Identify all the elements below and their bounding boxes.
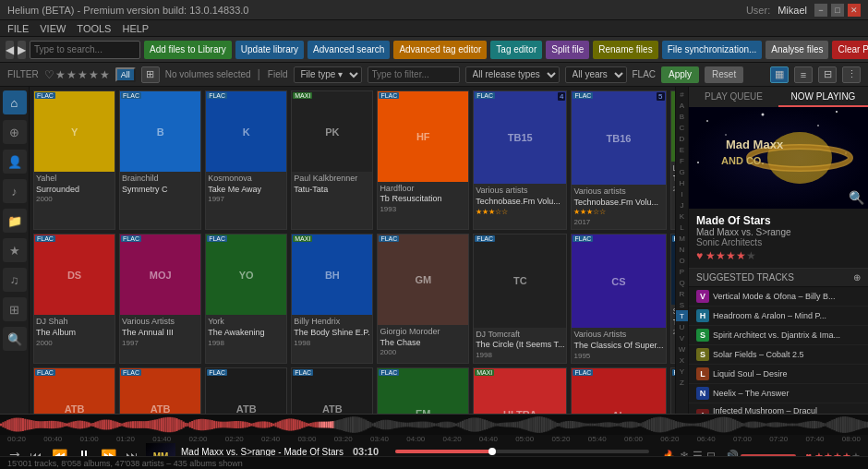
sidebar-search-icon[interactable]: ⊕	[3, 120, 27, 144]
add-files-button[interactable]: Add files to Library	[144, 41, 232, 59]
expand-icon[interactable]: ⊕	[853, 272, 861, 283]
tab-play-queue[interactable]: PLAY QUEUE	[689, 87, 778, 107]
menu-view[interactable]: VIEW	[40, 23, 66, 34]
suggested-track-item[interactable]: V Vertical Mode & Ofona – Billy B...	[689, 287, 868, 307]
letter-index-y[interactable]: Y	[676, 366, 688, 377]
letter-index-g[interactable]: G	[676, 166, 688, 177]
album-item[interactable]: BH MAXI Billy Hendrix The Body Shine E.P…	[291, 234, 373, 364]
letter-index-m[interactable]: M	[676, 233, 688, 244]
album-item[interactable]: AL FLAC Allure The Loves We Lost 2006	[571, 367, 666, 414]
update-library-button[interactable]: Update library	[235, 41, 304, 59]
apply-button[interactable]: Apply	[661, 66, 699, 83]
analyse-files-button[interactable]: Analyse files	[766, 41, 828, 59]
album-item[interactable]: SCH FLAC Schiller The Club Mixes 2007	[670, 234, 675, 364]
clear-queue-button[interactable]: Clear Play queue	[832, 41, 868, 59]
minimize-button[interactable]: −	[814, 4, 827, 17]
album-item[interactable]: GM FLAC Giorgio Moroder The Chase 2000	[377, 234, 469, 364]
letter-index-v[interactable]: V	[676, 332, 688, 343]
letter-index-u[interactable]: U	[676, 321, 688, 332]
sidebar-find-icon[interactable]: 🔍	[3, 327, 27, 351]
album-item[interactable]: ATB FLAC ATB The Dj'2 - In The Mix 2004	[33, 367, 115, 414]
sidebar-star-icon[interactable]: ★	[3, 238, 27, 262]
letter-index-f[interactable]: F	[676, 155, 688, 166]
album-item[interactable]: B FLAC Brainchild Symmetry C	[119, 90, 201, 230]
sidebar-note-icon[interactable]: ♫	[3, 268, 27, 292]
letter-index-b[interactable]: B	[676, 111, 688, 122]
letter-index-o[interactable]: O	[676, 255, 688, 266]
star-filter[interactable]: ♡ ★★★★★	[44, 68, 110, 81]
album-item[interactable]: YO FLAC York The Awakening 1998	[205, 234, 287, 364]
list-view-button[interactable]: ≡	[794, 66, 813, 83]
album-item[interactable]: DS FLAC DJ Shah The Album 2000	[33, 234, 115, 364]
letter-index-q[interactable]: Q	[676, 277, 688, 288]
letter-index-k[interactable]: K	[676, 210, 688, 222]
album-item[interactable]: LS L'age Synthetique Terminate 2000	[670, 90, 675, 230]
menu-tools[interactable]: TOOLS	[77, 23, 111, 34]
sidebar-music-icon[interactable]: ♪	[3, 179, 27, 203]
close-button[interactable]: ✕	[848, 4, 861, 17]
album-item[interactable]: ATB FLAC ATB The Dj'5 - In The Mix 2010	[291, 367, 373, 414]
tab-now-playing[interactable]: NOW PLAYING	[778, 87, 868, 107]
letter-index-j[interactable]: J	[676, 199, 688, 210]
sidebar-filter-icon[interactable]: ⊞	[3, 297, 27, 321]
sidebar-user-icon[interactable]: 👤	[3, 150, 27, 174]
letter-index-r[interactable]: R	[676, 288, 688, 299]
suggested-track-item[interactable]: H Headroom & Aralon – Mind P...	[689, 307, 868, 326]
letter-index-i[interactable]: I	[676, 188, 688, 199]
album-item[interactable]: ULTRA MAXI Ellen Allien The Kiss / Need …	[473, 367, 567, 414]
advanced-search-button[interactable]: Advanced search	[307, 41, 390, 59]
album-item[interactable]: TB16 FLAC 5 Various artists Technobase.F…	[571, 90, 666, 230]
album-item[interactable]: EM FLAC E-Mantra The Hermit's Sanctuary	[377, 367, 469, 414]
suggested-track-item[interactable]: S Solar Fields – Cobalt 2.5	[689, 345, 868, 365]
letter-index-h[interactable]: H	[676, 177, 688, 188]
letter-index-#[interactable]: #	[676, 89, 688, 100]
advanced-tag-editor-button[interactable]: Advanced tag editor	[393, 41, 487, 59]
year-select[interactable]: All years	[565, 66, 627, 83]
grid-view-button[interactable]: ⊞	[141, 66, 160, 83]
album-item[interactable]: HF FLAC Hardfloor Tb Resuscitation 1993	[377, 90, 469, 230]
more-view-button[interactable]: ⋮	[842, 66, 861, 83]
tag-editor-button[interactable]: Tag editor	[490, 41, 542, 59]
album-grid-view-button[interactable]: ▦	[770, 66, 789, 83]
all-filter-button[interactable]: All	[115, 67, 136, 82]
menu-file[interactable]: FILE	[7, 23, 29, 34]
letter-index-l[interactable]: L	[676, 222, 688, 233]
type-filter-input[interactable]	[368, 66, 460, 83]
detail-view-button[interactable]: ⊟	[818, 66, 837, 83]
album-item[interactable]: PK MAXI Paul Kalkbrenner Tatu-Tata	[291, 90, 373, 230]
split-file-button[interactable]: Split file	[546, 41, 589, 59]
letter-index-z[interactable]: Z	[676, 377, 688, 388]
search-more-icon[interactable]: 🔍	[849, 190, 864, 205]
letter-index-a[interactable]: A	[676, 100, 688, 111]
search-input[interactable]	[30, 41, 140, 59]
album-item[interactable]: MOJ FLAC Various Artists The Annual III …	[119, 234, 201, 364]
letter-index-s[interactable]: S	[676, 299, 688, 310]
file-type-select[interactable]: File type ▾ FLAC MP3	[294, 66, 362, 83]
waveform[interactable]: // Generate waveform bars - played porti…	[0, 415, 868, 435]
progress-bar[interactable]	[395, 450, 650, 453]
file-sync-button[interactable]: File synchronization...	[662, 41, 763, 59]
letter-index-x[interactable]: X	[676, 355, 688, 366]
letter-index-p[interactable]: P	[676, 266, 688, 277]
letter-index-d[interactable]: D	[676, 133, 688, 144]
suggested-track-item[interactable]: N Neelix – The Answer	[689, 384, 868, 403]
album-item[interactable]: TC FLAC DJ Tomcraft The Circle (It Seems…	[473, 234, 567, 364]
letter-index-t[interactable]: T	[676, 310, 688, 321]
letter-index-n[interactable]: N	[676, 244, 688, 255]
release-type-select[interactable]: All release types	[465, 66, 560, 83]
album-item[interactable]: CS FLAC Various Artists The Classics Of …	[571, 234, 666, 364]
sidebar-home-icon[interactable]: ⌂	[3, 90, 27, 114]
letter-index-e[interactable]: E	[676, 144, 688, 155]
album-item[interactable]: ATB FLAC ATB The Dj'4 - In The Mix	[205, 367, 287, 414]
suggested-track-item[interactable]: I Infected Mushroom – Dracul ★★★★	[689, 403, 868, 414]
suggested-track-item[interactable]: S Spirit Architect vs. Djantrix & Ima...	[689, 326, 868, 345]
album-item[interactable]: K FLAC Kosmonova Take Me Away 1997	[205, 90, 287, 230]
album-item[interactable]: Y FLAC Yahel Surrounded 2000	[33, 90, 115, 230]
back-button[interactable]: ◀	[6, 41, 14, 59]
album-item[interactable]: ATB FLAC ATB The Dj'3 - In The Mix ★★★☆☆…	[119, 367, 201, 414]
forward-button[interactable]: ▶	[18, 41, 26, 59]
rename-files-button[interactable]: Rename files	[593, 41, 657, 59]
maximize-button[interactable]: □	[831, 4, 844, 17]
suggested-track-item[interactable]: L Liquid Soul – Desire	[689, 365, 868, 384]
letter-index-w[interactable]: W	[676, 343, 688, 355]
